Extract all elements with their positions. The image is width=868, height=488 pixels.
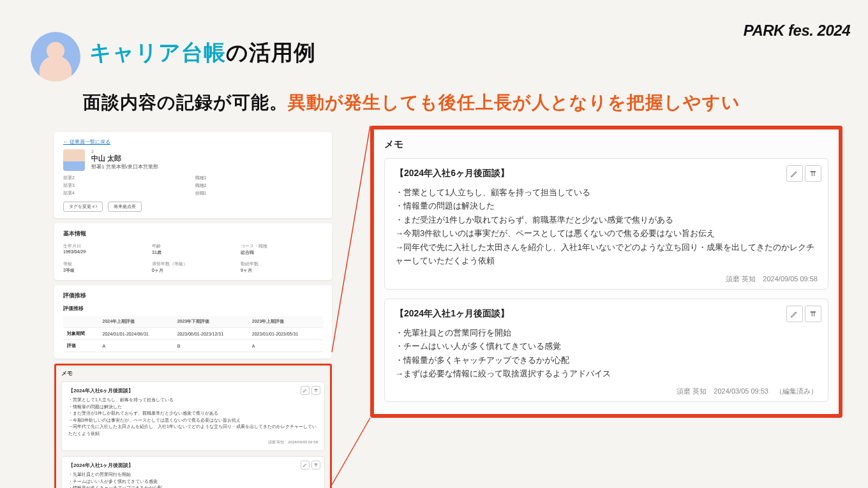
edit-icon[interactable] bbox=[301, 386, 310, 395]
profile-dept: 部署1 営業本部/東日本営業部 bbox=[91, 163, 158, 170]
mini-memo-highlight: メモ 【2024年入社6ヶ月後面談】 ・営業として1人立ちし、顧客を持って担当し… bbox=[54, 364, 332, 488]
eval-subhead: 評価推移 bbox=[63, 305, 323, 312]
table-row: 対象期間 2024/01/01-2024/06/31 2023/06/01-20… bbox=[63, 328, 323, 340]
svg-line-1 bbox=[332, 418, 370, 485]
delete-icon[interactable] bbox=[311, 461, 320, 470]
profile-id: 2 bbox=[91, 149, 158, 154]
memo-title-mini: メモ bbox=[61, 369, 325, 378]
memo-card-mini: 【2024年入社1ヶ月後面談】 ・先輩社員との営業同行を開始 ・チームはいい人が… bbox=[61, 456, 325, 488]
delete-icon[interactable] bbox=[805, 306, 821, 322]
table-row: 評価 A B A bbox=[63, 340, 323, 352]
memo-heading: 【2024年入社1ヶ月後面談】 bbox=[395, 308, 818, 320]
memo-line: ・チームはいい人が多く慣れてきている感覚 bbox=[395, 339, 818, 353]
eval-head: 評価推移 bbox=[63, 292, 323, 300]
memo-signature: 須磨 英知 2024/03/05 09:53 （編集済み） bbox=[395, 387, 818, 396]
memo-heading: 【2024年入社1ヶ月後面談】 bbox=[68, 462, 318, 469]
back-link[interactable]: ← 従業員一覧に戻る bbox=[63, 138, 323, 145]
delete-icon[interactable] bbox=[311, 386, 320, 395]
memo-line: →まずは必要な情報に絞って取捨選択するようアドバイス bbox=[395, 367, 818, 380]
subtitle-orange: 異動が発生しても後任上長が人となりを把握しやすい bbox=[288, 92, 740, 112]
memo-heading: 【2024年入社6ヶ月後面談】 bbox=[395, 168, 818, 179]
memo-card: 【2024年入社1ヶ月後面談】 ・先輩社員との営業同行を開始 ・チームはいい人が… bbox=[384, 299, 828, 403]
memo-detail-panel: メモ 【2024年入社6ヶ月後面談】 ・営業として1人立ちし、顧客を持って担当し… bbox=[370, 126, 842, 418]
evaluation-table: 2024年上期評価 2023年下期評価 2023年上期評価 対象期間 2024/… bbox=[63, 316, 323, 352]
presenter-avatar bbox=[31, 32, 80, 82]
svg-line-0 bbox=[332, 126, 370, 352]
delete-icon[interactable] bbox=[805, 165, 821, 182]
profile-name: 中山 太郎 bbox=[91, 154, 158, 163]
memo-card: 【2024年入社6ヶ月後面談】 ・営業として1人立ちし、顧客を持って担当している… bbox=[384, 158, 828, 290]
memo-title: メモ bbox=[384, 138, 828, 151]
memo-signature: 須磨 英知 2024/09/05 09:58 bbox=[68, 440, 318, 445]
profile-card: ← 従業員一覧に戻る 2 中山 太郎 部署1 営業本部/東日本営業部 部署2職種… bbox=[54, 132, 332, 218]
memo-heading: 【2024年入社6ヶ月後面談】 bbox=[68, 387, 318, 394]
memo-line: ・営業として1人立ちし、顧客を持って担当している bbox=[395, 186, 818, 199]
subtitle-black: 面談内容の記録が可能。 bbox=[83, 92, 288, 112]
evaluation-card: 評価推移 評価推移 2024年上期評価 2023年下期評価 2023年上期評価 … bbox=[54, 285, 332, 359]
tag-row: タグを変更 🏷 将来拠点長 bbox=[63, 202, 323, 212]
memo-line: ・情報量の問題は解決した bbox=[395, 199, 818, 212]
title-rest: の活用例 bbox=[226, 40, 316, 64]
memo-line: ・先輩社員との営業同行を開始 bbox=[395, 326, 818, 339]
page-title: キャリア台帳の活用例 bbox=[89, 38, 316, 68]
edit-icon[interactable] bbox=[786, 165, 803, 182]
subtitle: 面談内容の記録が可能。異動が発生しても後任上長が人となりを把握しやすい bbox=[83, 91, 740, 115]
profile-extra-grid: 部署2職種1 部署3職種2 部署4役職1 bbox=[63, 175, 323, 196]
brand-logo: PARK fes. 2024 bbox=[744, 22, 850, 40]
title-highlight: キャリア台帳 bbox=[89, 40, 226, 64]
memo-card-mini: 【2024年入社6ヶ月後面談】 ・営業として1人立ちし、顧客を持って担当している… bbox=[61, 381, 325, 451]
basic-info-card: 基本情報 生年月日1993/04/29 年齢31歳 コース・職種総合職 等級3等… bbox=[54, 223, 332, 280]
memo-signature: 須磨 英知 2024/09/05 09:58 bbox=[395, 274, 818, 284]
memo-line: →同年代で先に入社した太田さんを紹介し、入社1年いないでどのような立ち回り・成果… bbox=[395, 240, 818, 268]
memo-line: ・まだ受注が1件しか取れておらず、前職基準だと少ない感覚で焦りがある bbox=[395, 213, 818, 226]
tag-chip[interactable]: 将来拠点長 bbox=[108, 202, 142, 212]
mini-app-screenshot: ← 従業員一覧に戻る 2 中山 太郎 部署1 営業本部/東日本営業部 部署2職種… bbox=[54, 132, 332, 488]
edit-tags-button[interactable]: タグを変更 🏷 bbox=[63, 202, 103, 212]
basic-info-head: 基本情報 bbox=[63, 230, 323, 238]
memo-line: ・情報量が多くキャッチアップできるかが心配 bbox=[395, 353, 818, 367]
edit-icon[interactable] bbox=[301, 461, 310, 470]
memo-line: →今期3件欲しいのは事実だが、ペースとしては悪くないので焦る必要はない旨お伝え bbox=[395, 226, 818, 240]
profile-avatar bbox=[63, 149, 85, 171]
edit-icon[interactable] bbox=[786, 306, 803, 322]
